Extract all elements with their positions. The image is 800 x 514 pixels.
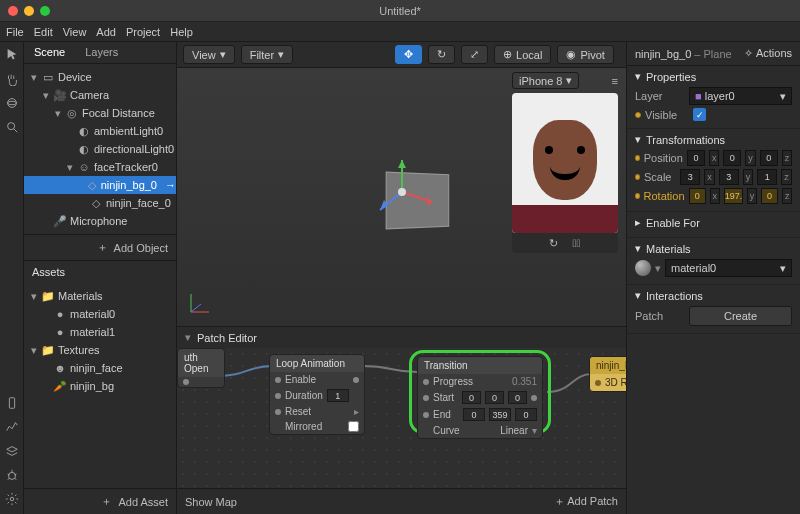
preview-pause-icon[interactable]: ▸⃒: [572, 237, 580, 249]
manipulate-mode-button[interactable]: ✥: [395, 45, 422, 64]
menu-project[interactable]: Project: [126, 26, 160, 38]
pivot-button[interactable]: ◉ Pivot: [557, 45, 613, 64]
layer-dropdown[interactable]: ■ layer0▾: [689, 87, 792, 105]
layers-toggle-icon[interactable]: [5, 444, 19, 458]
tree-row-material1[interactable]: ●material1: [24, 323, 176, 341]
mat-icon: ●: [54, 308, 66, 320]
filter-dropdown[interactable]: Filter▾: [241, 45, 293, 64]
material-ball-icon: [635, 260, 651, 276]
preview-device-dropdown[interactable]: iPhone 8 ▾: [512, 72, 579, 89]
view-dropdown[interactable]: View▾: [183, 45, 235, 64]
tree-item-label: directionalLight0: [94, 143, 174, 155]
tree-item-label: Materials: [58, 290, 103, 302]
device-icon[interactable]: [5, 396, 19, 410]
disclosure-icon[interactable]: ▾: [30, 344, 38, 357]
performance-icon[interactable]: [5, 420, 19, 434]
rotate-mode-button[interactable]: ↻: [428, 45, 455, 64]
section-properties[interactable]: Properties: [646, 71, 696, 83]
menu-file[interactable]: File: [6, 26, 24, 38]
tree-row-ninjin_bg_0[interactable]: ◇ninjin_bg_0→: [24, 176, 176, 194]
window-controls[interactable]: [8, 6, 50, 16]
axis-indicator-icon: [187, 286, 217, 316]
tree-item-label: Textures: [58, 344, 100, 356]
menu-add[interactable]: Add: [96, 26, 116, 38]
tree-row-device[interactable]: ▾▭Device: [24, 68, 176, 86]
patch-editor-canvas[interactable]: uth Open Loop Animation Enable Duration1…: [177, 348, 626, 488]
mirrored-checkbox[interactable]: [348, 421, 359, 432]
zoom-tool-icon[interactable]: [5, 120, 19, 134]
menu-view[interactable]: View: [63, 26, 87, 38]
tree-row-ninjin_bg[interactable]: 🥕ninjin_bg: [24, 377, 176, 395]
create-patch-button[interactable]: Create: [689, 306, 792, 326]
tab-layers[interactable]: Layers: [75, 42, 128, 63]
patch-node-transition[interactable]: Transition Progress0.351 Start 0 0 0 End…: [417, 356, 543, 439]
show-map-button[interactable]: Show Map: [185, 496, 237, 508]
pointer-tool-icon[interactable]: [5, 48, 19, 62]
zoom-window-icon[interactable]: [40, 6, 50, 16]
tree-row-material0[interactable]: ●material0: [24, 305, 176, 323]
patch-editor-title: Patch Editor: [197, 332, 257, 344]
section-transformations[interactable]: Transformations: [646, 134, 725, 146]
patch-node-target[interactable]: ninjin_bg_0 3D Rotation 0 150.: [589, 356, 626, 392]
tree-row-ambientlight0[interactable]: ◐ambientLight0: [24, 122, 176, 140]
tree-row-camera[interactable]: ▾🎥Camera: [24, 86, 176, 104]
texface-icon: ☻: [54, 362, 66, 374]
add-object-button[interactable]: ＋Add Object: [24, 234, 176, 260]
disclosure-icon[interactable]: ▾: [30, 290, 38, 303]
patch-node-mouth-open[interactable]: uth Open: [177, 348, 225, 388]
section-interactions[interactable]: Interactions: [646, 290, 703, 302]
disclosure-icon[interactable]: ▾: [30, 71, 38, 84]
visible-checkbox[interactable]: ✓: [693, 108, 706, 121]
minimize-window-icon[interactable]: [24, 6, 34, 16]
menubar: File Edit View Add Project Help: [0, 22, 800, 42]
disclosure-icon[interactable]: ▾: [54, 107, 62, 120]
add-patch-button[interactable]: ＋ Add Patch: [554, 494, 618, 509]
light-icon: ◐: [78, 125, 90, 138]
coord-space-button[interactable]: ⊕ Local: [494, 45, 551, 64]
tree-row-ninjin_face_0[interactable]: ◇ninjin_face_0: [24, 194, 176, 212]
close-window-icon[interactable]: [8, 6, 18, 16]
material-dropdown[interactable]: material0▾: [665, 259, 792, 277]
tab-scene[interactable]: Scene: [24, 42, 75, 63]
tree-row-microphone[interactable]: 🎤Microphone: [24, 212, 176, 230]
tree-row-materials[interactable]: ▾📁Materials: [24, 287, 176, 305]
tree-item-label: ambientLight0: [94, 125, 163, 137]
node-title: ninjin_bg_0: [596, 360, 626, 371]
svg-point-1: [7, 101, 16, 105]
menu-help[interactable]: Help: [170, 26, 193, 38]
tree-row-facetracker0[interactable]: ▾☺faceTracker0: [24, 158, 176, 176]
hand-tool-icon[interactable]: [5, 72, 19, 86]
preview-image: [512, 93, 618, 233]
add-asset-button[interactable]: ＋Add Asset: [24, 488, 176, 514]
disclosure-icon[interactable]: ▾: [66, 161, 74, 174]
link-icon: →: [165, 179, 176, 191]
tree-row-focal-distance[interactable]: ▾◎Focal Distance: [24, 104, 176, 122]
tree-item-label: Camera: [70, 89, 109, 101]
tree-row-directionallight0[interactable]: ◐directionalLight0: [24, 140, 176, 158]
disclosure-icon[interactable]: ▾: [42, 89, 50, 102]
actions-button[interactable]: ✧ Actions: [744, 47, 792, 60]
property-link-icon[interactable]: [635, 112, 641, 118]
section-materials[interactable]: Materials: [646, 243, 691, 255]
svg-point-5: [10, 497, 14, 501]
texbg-icon: 🥕: [54, 380, 66, 393]
section-enable-for[interactable]: Enable For: [646, 217, 700, 229]
mat-icon: ●: [54, 326, 66, 338]
menu-edit[interactable]: Edit: [34, 26, 53, 38]
node-title: Loop Animation: [276, 358, 345, 369]
tree-row-ninjin_face[interactable]: ☻ninjin_face: [24, 359, 176, 377]
scale-mode-button[interactable]: ⤢: [461, 45, 488, 64]
viewport-3d[interactable]: iPhone 8 ▾ ≡ ↻ ▸⃒: [177, 68, 626, 326]
preview-restart-icon[interactable]: ↻: [549, 237, 558, 250]
settings-icon[interactable]: [5, 492, 19, 506]
assets-heading: Assets: [24, 260, 176, 283]
bug-icon[interactable]: [5, 468, 19, 482]
orbit-tool-icon[interactable]: [5, 96, 19, 110]
transform-gizmo[interactable]: [362, 152, 442, 232]
tree-row-textures[interactable]: ▾📁Textures: [24, 341, 176, 359]
patch-node-loop-animation[interactable]: Loop Animation Enable Duration1 Reset▸ M…: [269, 354, 365, 435]
mic-icon: 🎤: [54, 215, 66, 228]
focal-icon: ◎: [66, 107, 78, 120]
left-toolstrip: [0, 42, 24, 514]
preview-menu-icon[interactable]: ≡: [612, 75, 618, 87]
